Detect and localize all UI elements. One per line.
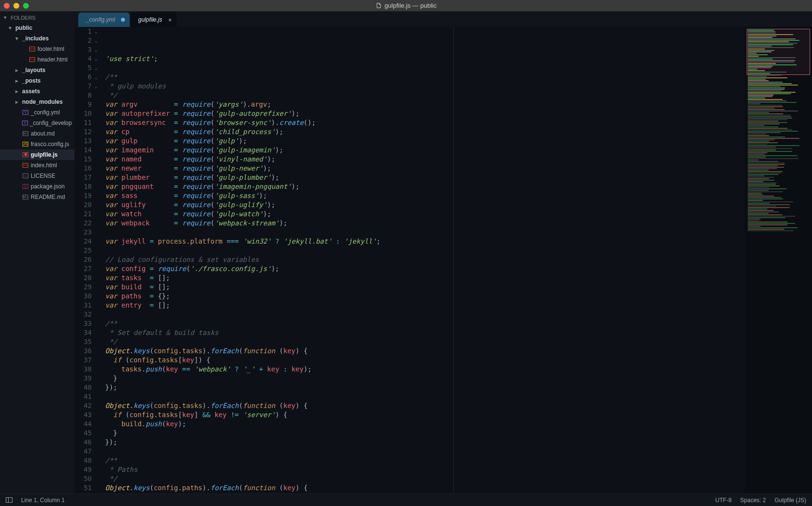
chevron-down-icon: ▾ [9,25,13,31]
file-item[interactable]: <>header.html [0,54,74,65]
file-name: about.md [31,130,55,137]
folder-item[interactable]: ▸assets [0,86,74,97]
code-line[interactable]: var entry = []; [105,301,745,310]
file-item[interactable]: <>footer.html [0,44,74,54]
code-line[interactable] [105,228,745,237]
code-line[interactable]: if (config.tasks[key] && key != 'server'… [105,410,745,420]
panel-layout-icon[interactable] [6,497,12,503]
file-item[interactable]: M↓about.md [0,128,74,139]
code-line[interactable]: var imagemin = require('gulp-imagemin'); [105,146,745,155]
file-type-icon: JS [22,141,29,148]
code-line[interactable]: var uglify = require('gulp-uglify'); [105,200,745,210]
code-line[interactable]: build.push(key); [105,420,745,429]
code-line[interactable]: var cp = require('child_process'); [105,127,745,136]
indent-indicator[interactable]: Spaces: 2 [740,497,766,504]
code-line[interactable]: * gulp modules [105,82,745,91]
code-line[interactable]: var sass = require('gulp-sass'); [105,191,745,200]
code-line[interactable]: var webpack = require('webpack-stream'); [105,219,745,228]
sidebar-header[interactable]: ▾ FOLDERS [0,12,74,23]
file-name: package.json [31,183,65,190]
code-line[interactable]: }); [105,383,745,392]
tab-_config-yml[interactable]: _config.yml [78,12,130,27]
code-line[interactable]: Object.keys(config.paths).forEach(functi… [105,483,745,493]
code-line[interactable]: var autoprefixer = require('gulp-autopre… [105,109,745,118]
code-line[interactable]: /** [105,319,745,328]
tab-label: gulpfile.js [138,16,162,23]
code-line[interactable]: var paths = {}; [105,292,745,301]
code-line[interactable]: var build = []; [105,283,745,292]
code-line[interactable]: if (config.tasks[key]) { [105,356,745,365]
code-line[interactable]: var plumber = require('gulp-plumber'); [105,173,745,182]
file-type-icon: <> [22,162,29,169]
code-line[interactable]: 'use strict'; [105,54,745,63]
file-item[interactable]: Y_config.yml [0,107,74,118]
minimap[interactable] [745,27,812,494]
code-line[interactable]: * Set default & build tasks [105,328,745,337]
file-item[interactable]: M↓README.md [0,192,74,202]
cursor-position[interactable]: Line 1, Column 1 [21,497,65,504]
file-item[interactable]: {}package.json [0,181,74,192]
code-line[interactable] [105,246,745,255]
code-line[interactable]: var pngquant = require('imagemin-pngquan… [105,182,745,191]
code-line[interactable]: * Paths [105,465,745,474]
code-line[interactable]: var config = require('./frasco.config.js… [105,264,745,273]
folder-item[interactable]: ▾public [0,23,74,33]
file-item[interactable]: JSfrasco.config.js [0,139,74,149]
close-window-button[interactable] [4,3,10,9]
code-line[interactable] [105,63,745,73]
file-name: LICENSE [31,173,55,179]
line-number-gutter: 1234567891011121314151617181920212223242… [74,27,95,494]
code-line[interactable]: */ [105,337,745,346]
code-line[interactable]: /** [105,456,745,465]
syntax-indicator[interactable]: Gulpfile (JS) [775,497,806,504]
file-name: footer.html [37,46,64,52]
code-line[interactable]: if (key != 'assets') { [105,493,745,494]
code-line[interactable]: } [105,374,745,383]
code-line[interactable]: Object.keys(config.tasks).forEach(functi… [105,346,745,356]
folder-item[interactable]: ▸_posts [0,75,74,86]
code-line[interactable] [105,447,745,456]
tab-gulpfile-js[interactable]: gulpfile.js× [131,12,177,27]
code-content[interactable]: 'use strict'; /** * gulp modules */var a… [101,27,745,494]
encoding-indicator[interactable]: UTF-8 [715,497,732,504]
code-line[interactable]: }); [105,438,745,447]
code-line[interactable]: var named = require('vinyl-named'); [105,155,745,164]
code-line[interactable]: tasks.push(key == 'webpack' ? '_' + key … [105,365,745,374]
code-line[interactable]: var newer = require('gulp-newer'); [105,164,745,173]
fold-gutter[interactable]: ⌄⌄⌄⌄⌄⌄⌄ [95,27,101,494]
code-line[interactable]: var argv = require('yargs').argv; [105,100,745,109]
folder-item[interactable]: ▸node_modules [0,97,74,107]
sidebar: ▾ FOLDERS ▾public▾_includes<>footer.html… [0,12,74,494]
file-item[interactable]: <>index.html [0,160,74,171]
zoom-window-button[interactable] [23,3,29,9]
code-line[interactable]: var tasks = []; [105,273,745,283]
file-item[interactable]: —LICENSE [0,171,74,181]
code-line[interactable]: Object.keys(config.tasks).forEach(functi… [105,401,745,410]
code-line[interactable]: var jekyll = process.platform === 'win32… [105,237,745,246]
code-line[interactable]: /** [105,73,745,82]
code-line[interactable]: var gulp = require('gulp'); [105,136,745,146]
file-type-icon: M↓ [22,130,29,137]
file-name: gulpfile.js [31,151,58,158]
ruler-line [453,27,454,494]
file-item[interactable]: Y_config_develop [0,118,74,128]
folder-item[interactable]: ▸_layouts [0,65,74,75]
chevron-right-icon: ▸ [15,67,20,74]
minimize-window-button[interactable] [13,3,19,9]
folder-item[interactable]: ▾_includes [0,33,74,44]
editor-area: _config.ymlgulpfile.js× 1234567891011121… [74,12,812,494]
code-line[interactable]: */ [105,91,745,100]
code-editor[interactable]: 1234567891011121314151617181920212223242… [74,27,812,494]
chevron-right-icon: ▸ [15,99,20,105]
code-line[interactable]: var browsersync = require('browser-sync'… [105,118,745,127]
close-tab-icon[interactable]: × [168,16,172,24]
tab-label: _config.yml [86,16,115,23]
code-line[interactable] [105,392,745,401]
code-line[interactable]: */ [105,474,745,483]
code-line[interactable]: var watch = require('gulp-watch'); [105,210,745,219]
code-line[interactable]: // Load configurations & set variables [105,255,745,264]
file-item[interactable]: ⬢gulpfile.js [0,149,74,160]
file-type-icon: {} [22,183,29,190]
code-line[interactable] [105,310,745,319]
code-line[interactable]: } [105,429,745,438]
